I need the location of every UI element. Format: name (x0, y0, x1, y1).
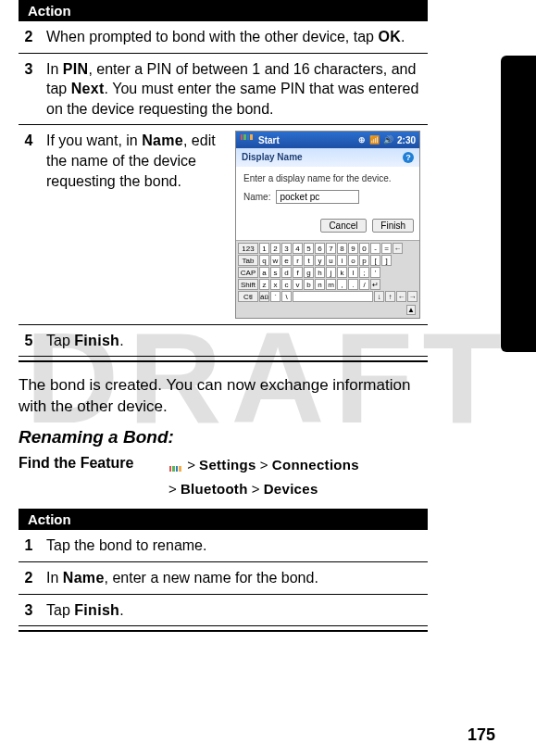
device-screenshot: Start ⊕ 📶 🔊 2:30 Display Name ? E (235, 131, 420, 319)
kb-arrow-down[interactable]: ↓ (374, 291, 384, 302)
kb-key[interactable]: ; (359, 267, 369, 278)
kb-key[interactable]: 2 (270, 243, 280, 254)
kb-key[interactable]: ` (270, 291, 280, 302)
kb-key[interactable]: 4 (293, 243, 303, 254)
start-flag-icon (240, 133, 253, 146)
kb-key[interactable]: \ (281, 291, 292, 302)
kb-key[interactable]: 9 (348, 243, 358, 254)
ui-term-finish: Finish (74, 602, 119, 618)
text: In (46, 570, 63, 586)
kb-arrow-right[interactable]: → (407, 291, 418, 302)
step-text: Tap Finish. (43, 324, 428, 357)
kb-key[interactable]: o (348, 255, 358, 266)
kb-key[interactable]: 0 (359, 243, 369, 254)
step-number: 2 (19, 561, 43, 594)
kb-key[interactable]: 3 (281, 243, 292, 254)
kb-ctl[interactable]: Ctl (238, 291, 258, 302)
mock-finish-button[interactable]: Finish (372, 219, 414, 233)
step-text: When prompted to bond with the other dev… (43, 21, 428, 53)
kb-arrow-up[interactable]: ↑ (385, 291, 395, 302)
mock-instruction: Enter a display name for the device. (243, 172, 412, 185)
kb-key[interactable]: 8 (337, 243, 347, 254)
mock-time: 2:30 (397, 134, 416, 147)
kb-key[interactable]: 123 (238, 243, 258, 254)
kb-key[interactable]: ] (381, 255, 392, 266)
kb-key[interactable]: - (370, 243, 380, 254)
kb-key[interactable]: [ (370, 255, 380, 266)
table-row: 4 If you want, in Name, edit the name of… (19, 125, 428, 325)
ui-term-pin: PIN (63, 61, 89, 77)
kb-key[interactable]: c (281, 279, 292, 290)
kb-key[interactable]: g (304, 267, 314, 278)
kb-key[interactable]: q (259, 255, 269, 266)
kb-key[interactable]: k (337, 267, 347, 278)
kb-key[interactable]: m (326, 279, 336, 290)
find-the-feature-block: Find the Feature > Settings > Connection… (19, 455, 428, 499)
kb-key[interactable]: v (293, 279, 303, 290)
kb-row: Tab q w e r t y u i o p (238, 255, 418, 266)
kb-key[interactable]: j (326, 267, 336, 278)
kb-key[interactable]: l (348, 267, 358, 278)
kb-key[interactable]: b (304, 279, 314, 290)
kb-key[interactable]: p (359, 255, 369, 266)
step-text: Tap Finish. (43, 594, 428, 626)
kb-space[interactable] (293, 291, 373, 302)
kb-key[interactable]: 6 (315, 243, 325, 254)
kb-key[interactable]: y (315, 255, 325, 266)
text: If you want, in (46, 132, 142, 148)
kb-key[interactable]: f (293, 267, 303, 278)
kb-tab[interactable]: Tab (238, 255, 258, 266)
find-feature-label: Find the Feature (19, 455, 157, 472)
body-paragraph: The bond is created. You can now exchang… (19, 375, 428, 418)
ui-term-name: Name (142, 132, 183, 148)
speaker-icon: 🔊 (383, 134, 393, 145)
kb-intl[interactable]: áü (259, 291, 269, 302)
text: . (401, 29, 405, 44)
mock-name-input[interactable] (276, 190, 359, 204)
kb-key[interactable]: 5 (304, 243, 314, 254)
kb-key[interactable]: i (337, 255, 347, 266)
kb-key[interactable]: z (259, 279, 269, 290)
kb-shift[interactable]: Shift (238, 279, 258, 290)
kb-key[interactable]: a (259, 267, 269, 278)
kb-caps[interactable]: CAP (238, 267, 258, 278)
kb-key[interactable]: ' (370, 267, 380, 278)
table-end-rule (19, 360, 428, 362)
kb-key[interactable]: n (315, 279, 325, 290)
kb-key[interactable]: u (326, 255, 336, 266)
kb-key[interactable]: e (281, 255, 292, 266)
signal-icon: 📶 (369, 134, 380, 145)
text: Tap (46, 333, 74, 348)
kb-key[interactable]: t (304, 255, 314, 266)
table-end-rule (19, 630, 428, 632)
mock-section-title-bar: Display Name ? (236, 148, 419, 167)
kb-key[interactable]: x (270, 279, 280, 290)
ui-term-finish: Finish (74, 333, 119, 348)
kb-key[interactable]: 1 (259, 243, 269, 254)
text: . (119, 602, 123, 618)
kb-key[interactable]: s (270, 267, 280, 278)
find-feature-path: > Settings > Connections > Bluetooth > D… (168, 455, 359, 499)
kb-arrow-left[interactable]: ← (396, 291, 406, 302)
mock-cancel-button[interactable]: Cancel (320, 219, 366, 233)
table2-header: Action (19, 509, 428, 530)
text: , enter a new name for the bond. (105, 570, 318, 586)
kb-key[interactable]: . (348, 279, 358, 290)
step-number: 4 (19, 125, 43, 325)
path-devices: Devices (264, 481, 318, 497)
kb-sip-toggle[interactable]: ▲ (406, 305, 416, 315)
kb-backspace[interactable]: ← (393, 243, 403, 254)
kb-key[interactable]: h (315, 267, 325, 278)
kb-key[interactable]: w (270, 255, 280, 266)
kb-key[interactable]: , (337, 279, 347, 290)
kb-key[interactable]: r (293, 255, 303, 266)
table-row: 1 Tap the bond to rename. (19, 530, 428, 561)
kb-key[interactable]: d (281, 267, 292, 278)
kb-enter[interactable]: ↵ (370, 279, 380, 290)
kb-key[interactable]: / (359, 279, 369, 290)
kb-key[interactable]: = (381, 243, 392, 254)
step-text: In Name, enter a new name for the bond. (43, 561, 428, 594)
ui-term-next: Next (71, 81, 105, 96)
kb-key[interactable]: 7 (326, 243, 336, 254)
path-connections: Connections (272, 457, 359, 472)
